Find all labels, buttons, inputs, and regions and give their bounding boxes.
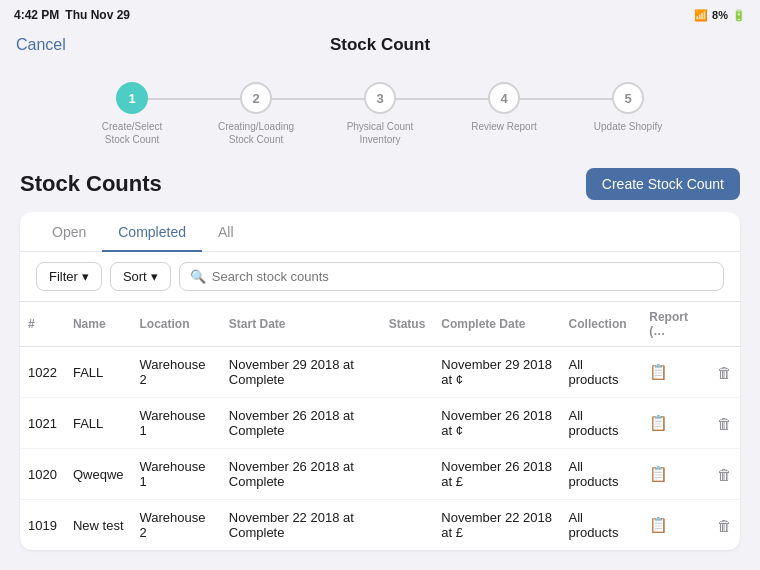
filter-label: Filter — [49, 269, 78, 284]
cell-name: New test — [65, 500, 132, 551]
step-circle-2: 2 — [240, 82, 272, 114]
cell-start-date: November 26 2018 at Complete — [221, 449, 381, 500]
cell-location: Warehouse 1 — [132, 449, 221, 500]
cell-delete[interactable]: 🗑 — [709, 398, 740, 449]
col-header-startdate: Start Date — [221, 302, 381, 347]
table-body: 1022FALLWarehouse 2November 29 2018 at C… — [20, 347, 740, 551]
top-nav: Cancel Stock Count — [0, 28, 760, 66]
table-header: #NameLocationStart DateStatusComplete Da… — [20, 302, 740, 347]
step-2: 2Creating/Loading Stock Count — [194, 82, 318, 146]
cell-complete-date: November 29 2018 at ¢ — [433, 347, 560, 398]
stock-counts-table: #NameLocationStart DateStatusComplete Da… — [20, 302, 740, 550]
section-title: Stock Counts — [20, 171, 162, 197]
cell-name: Qweqwe — [65, 449, 132, 500]
toolbar: Filter ▾ Sort ▾ 🔍 — [20, 252, 740, 302]
cell-status — [381, 347, 434, 398]
cell-location: Warehouse 2 — [132, 500, 221, 551]
cell-collection: All products — [561, 347, 642, 398]
cell-status — [381, 449, 434, 500]
sort-label: Sort — [123, 269, 147, 284]
sort-button[interactable]: Sort ▾ — [110, 262, 171, 291]
step-label-2: Creating/Loading Stock Count — [216, 120, 296, 146]
cell-complete-date: November 22 2018 at £ — [433, 500, 560, 551]
cell-delete[interactable]: 🗑 — [709, 347, 740, 398]
step-circle-3: 3 — [364, 82, 396, 114]
wifi-icon: 📶 — [694, 9, 708, 22]
step-label-3: Physical Count Inventory — [340, 120, 420, 146]
cell-start-date: November 26 2018 at Complete — [221, 398, 381, 449]
cell-collection: All products — [561, 449, 642, 500]
col-header-action: # — [20, 302, 65, 347]
search-icon: 🔍 — [190, 269, 206, 284]
step-1: 1Create/Select Stock Count — [70, 82, 194, 146]
step-circle-5: 5 — [612, 82, 644, 114]
battery-icon: 🔋 — [732, 9, 746, 22]
status-right: 📶 8% 🔋 — [694, 9, 746, 22]
cell-name: FALL — [65, 347, 132, 398]
search-box: 🔍 — [179, 262, 724, 291]
page-title: Stock Count — [330, 35, 430, 55]
col-header-location: Location — [132, 302, 221, 347]
cell-report[interactable]: 📋 — [641, 500, 709, 551]
cell-report[interactable]: 📋 — [641, 449, 709, 500]
step-label-5: Update Shopify — [594, 120, 662, 133]
cell-location: Warehouse 1 — [132, 398, 221, 449]
step-circle-1: 1 — [116, 82, 148, 114]
status-left: 4:42 PM Thu Nov 29 — [14, 8, 130, 22]
cell-collection: All products — [561, 398, 642, 449]
cell-complete-date: November 26 2018 at ¢ — [433, 398, 560, 449]
cell-id: 1021 — [20, 398, 65, 449]
create-stock-count-button[interactable]: Create Stock Count — [586, 168, 740, 200]
col-header-completedate: Complete Date — [433, 302, 560, 347]
battery-level: 8% — [712, 9, 728, 21]
cell-report[interactable]: 📋 — [641, 347, 709, 398]
filter-chevron-icon: ▾ — [82, 269, 89, 284]
cell-delete[interactable]: 🗑 — [709, 449, 740, 500]
cell-id: 1020 — [20, 449, 65, 500]
cell-start-date: November 22 2018 at Complete — [221, 500, 381, 551]
status-bar: 4:42 PM Thu Nov 29 📶 8% 🔋 — [0, 0, 760, 28]
step-4: 4Review Report — [442, 82, 566, 133]
cell-report[interactable]: 📋 — [641, 398, 709, 449]
table-header-row: #NameLocationStart DateStatusComplete Da… — [20, 302, 740, 347]
table-row: 1020QweqweWarehouse 1November 26 2018 at… — [20, 449, 740, 500]
tab-all[interactable]: All — [202, 212, 250, 252]
step-label-4: Review Report — [471, 120, 537, 133]
tab-open[interactable]: Open — [36, 212, 102, 252]
table-row: 1021FALLWarehouse 1November 26 2018 at C… — [20, 398, 740, 449]
cell-location: Warehouse 2 — [132, 347, 221, 398]
tab-completed[interactable]: Completed — [102, 212, 202, 252]
progress-section: 1Create/Select Stock Count2Creating/Load… — [0, 66, 760, 158]
table-row: 1022FALLWarehouse 2November 29 2018 at C… — [20, 347, 740, 398]
col-header-collection: Collection — [561, 302, 642, 347]
cell-collection: All products — [561, 500, 642, 551]
search-input[interactable] — [212, 269, 713, 284]
cell-status — [381, 398, 434, 449]
cell-id: 1019 — [20, 500, 65, 551]
sort-chevron-icon: ▾ — [151, 269, 158, 284]
date: Thu Nov 29 — [65, 8, 130, 22]
step-circle-4: 4 — [488, 82, 520, 114]
filter-button[interactable]: Filter ▾ — [36, 262, 102, 291]
section-header: Stock Counts Create Stock Count — [20, 168, 740, 200]
cell-status — [381, 500, 434, 551]
step-label-1: Create/Select Stock Count — [92, 120, 172, 146]
table-row: 1019New testWarehouse 2November 22 2018 … — [20, 500, 740, 551]
step-5: 5Update Shopify — [566, 82, 690, 133]
col-header-status: Status — [381, 302, 434, 347]
step-3: 3Physical Count Inventory — [318, 82, 442, 146]
col-header-name: Name — [65, 302, 132, 347]
col-header-report: Report (… — [641, 302, 709, 347]
cell-name: FALL — [65, 398, 132, 449]
table-card: OpenCompletedAll Filter ▾ Sort ▾ 🔍 #Name… — [20, 212, 740, 550]
cell-delete[interactable]: 🗑 — [709, 500, 740, 551]
main-content: Stock Counts Create Stock Count OpenComp… — [0, 158, 760, 566]
cancel-button[interactable]: Cancel — [16, 36, 66, 54]
tabs: OpenCompletedAll — [20, 212, 740, 252]
time: 4:42 PM — [14, 8, 59, 22]
cell-id: 1022 — [20, 347, 65, 398]
cell-complete-date: November 26 2018 at £ — [433, 449, 560, 500]
steps-container: 1Create/Select Stock Count2Creating/Load… — [70, 82, 690, 146]
col-header-action — [709, 302, 740, 347]
cell-start-date: November 29 2018 at Complete — [221, 347, 381, 398]
